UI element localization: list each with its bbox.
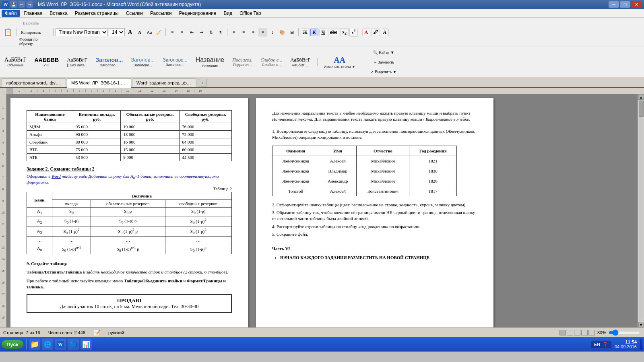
style-title[interactable]: Название Название [193,55,227,69]
line-spacing-button[interactable]: ↕ [268,28,277,37]
view-reading-button[interactable] [567,330,573,335]
font-color-button[interactable]: A [381,29,389,36]
undo-icon[interactable]: ↩ [19,1,25,8]
tab-zadanie[interactable]: Word_задание отред...функциональности] ✕ [132,78,196,87]
cut-button[interactable]: Вырезать [19,19,43,27]
change-styles-button[interactable]: АА Изменить стили ▼ [321,54,358,70]
scroll-down-button[interactable]: ▼ [638,322,644,327]
scroll-track [639,101,644,321]
scroll-up-button[interactable]: ▲ [638,94,644,100]
menu-home[interactable]: Главная [21,10,46,17]
font-selector[interactable]: Times New Roman [56,28,108,36]
menu-view[interactable]: Вид [220,10,235,17]
highlight-button[interactable]: 🖍 [371,29,380,36]
show-desktop-button[interactable] [640,339,642,350]
bold-button[interactable]: Ж [301,29,310,36]
table-row: Аn S0 (1-p)n-1 S0 (1-p)n-1 p S0 (1-p)n [27,244,232,254]
style-no-spacing[interactable]: АаБбВгГ ‖ Без инте... [64,56,90,68]
menu-officetab[interactable]: Office Tab [236,10,264,17]
border-button[interactable]: ⊞ [287,28,296,37]
superscript-button[interactable]: x1 [349,28,358,37]
scroll-thumb[interactable] [639,101,644,117]
strikethrough-button[interactable]: abe [328,29,339,36]
font-size-selector[interactable]: 14 [109,28,125,36]
redo-icon[interactable]: ↪ [27,1,33,8]
save-icon[interactable]: 💾 [10,1,17,8]
new-tab-button[interactable]: + [199,79,207,87]
menu-mailings[interactable]: Рассылки [147,10,175,17]
list-button[interactable]: ≡ [168,28,177,37]
taskbar-right: EN ❓ 11:54 04.09.2016 [591,339,642,350]
numbered-list-button[interactable]: ≡ [178,28,186,37]
align-justify-button[interactable]: ≡ [258,28,267,37]
clear-format-button[interactable]: 🧹 [155,28,163,37]
close-button[interactable]: ✕ [631,1,642,8]
maximize-button[interactable]: □ [620,1,630,8]
start-button[interactable]: Пуск [2,340,23,349]
font-color-a-button[interactable]: A [362,29,370,36]
replace-button[interactable]: ↔ Заменить [367,58,400,66]
style-extra-preview: АаБбВгГ [290,57,311,63]
view-outline-button[interactable] [581,330,588,335]
find-button[interactable]: 🔍 Найти ▼ [367,48,400,57]
style-normal[interactable]: АаБбВгГ Обычный [2,56,29,69]
paragraph-mark-button[interactable]: ¶ [216,28,225,37]
zoom-slider[interactable] [609,329,641,336]
tab-main[interactable]: MS Word_ЛР_ЭЭ6-16-1.docx ✕ [67,78,131,88]
view-buttons [559,330,595,335]
view-web-button[interactable] [574,330,580,335]
taskbar-word-icon[interactable]: W [55,339,66,350]
indent-dec-button[interactable]: ⇤ [187,28,196,37]
select-button[interactable]: ↗ Выделить ▼ [367,67,400,76]
scrollbar-vertical[interactable]: ▲ ▼ [638,94,644,327]
copy-button[interactable]: Копировать [19,28,43,37]
taskbar-explorer-icon[interactable]: 📁 [29,339,40,350]
subscript-button[interactable]: x2 [340,28,349,36]
menu-references[interactable]: Ссылки [123,10,146,17]
word-icon: W [2,1,9,8]
align-right-button[interactable]: ≡ [249,28,258,37]
menu-file[interactable]: Файл [2,10,20,17]
shading-button[interactable]: 🎨 [278,28,287,37]
menu-review[interactable]: Рецензирование [176,10,220,17]
format-painter-button[interactable]: Формат по образцу [19,37,51,46]
bank-col-amount: Величина вклада, руб. [73,111,120,123]
sort-button[interactable]: ⇅ [206,28,215,37]
part-vi-list: НАЧАЛО КАЖДОГО ЗАДАНИЯ РАЗМЕСТИТЬ НА НОВ… [280,254,477,261]
status-zoom: 80% [597,330,606,335]
style-uk1-label: УК1 [43,63,50,67]
tab-lab[interactable]: лабораторная word...функциональности] ✕ [2,78,66,87]
shrink-font-button[interactable]: A [135,28,144,37]
task5-right: 5. Сохраните файл. [272,231,477,237]
style-subtle-emph-preview: Слабое в... [260,57,282,63]
taskbar-chrome-icon[interactable]: 🔵 [68,339,79,350]
style-subtle-emph[interactable]: Слабое в... Слабое в... [258,56,285,68]
taskbar-other-icon[interactable]: 📊 [80,339,92,350]
person-col-surname: Фамилия [272,146,319,156]
align-center-button[interactable]: ≡ [239,28,248,37]
indent-inc-button[interactable]: ⇥ [197,28,206,37]
italic-button[interactable]: К [310,29,318,36]
menu-insert[interactable]: Вставка [46,10,71,17]
style-heading1[interactable]: Заголов... Заголово... [93,56,126,69]
style-subtitle[interactable]: Подзагол. Подзагол... [229,56,255,68]
menu-layout[interactable]: Разметка страницы [72,10,122,17]
view-draft-button[interactable] [588,330,595,335]
style-uk1[interactable]: ААББВВ УК1 [31,56,62,69]
taskbar-ie-icon[interactable]: 🌐 [42,339,53,350]
bank-col-free: Свободные резервы, руб. [180,111,232,123]
style-heading2[interactable]: Заголов... Заголово... [128,56,157,68]
paste-button[interactable]: 📋 [2,27,14,38]
style-extra[interactable]: АаБбВгГ АаБбВгГ... [287,56,314,68]
right-page: Для изменения направления текста в ячейк… [256,98,493,327]
align-left-button[interactable]: ≡ [229,28,238,37]
style-heading3[interactable]: Заголово... Заголово... [160,56,190,68]
table-row: … … … … [27,237,232,244]
grow-font-button[interactable]: A [126,28,134,37]
case-button[interactable]: Aa [145,28,154,37]
underline-button[interactable]: Ч [319,29,327,36]
minimize-button[interactable]: ─ [609,1,619,8]
view-normal-button[interactable] [559,330,566,335]
clock-date: 04.09.2016 [615,344,637,349]
table-row: МДМ 95 000 19 000 76 000 [27,123,232,131]
